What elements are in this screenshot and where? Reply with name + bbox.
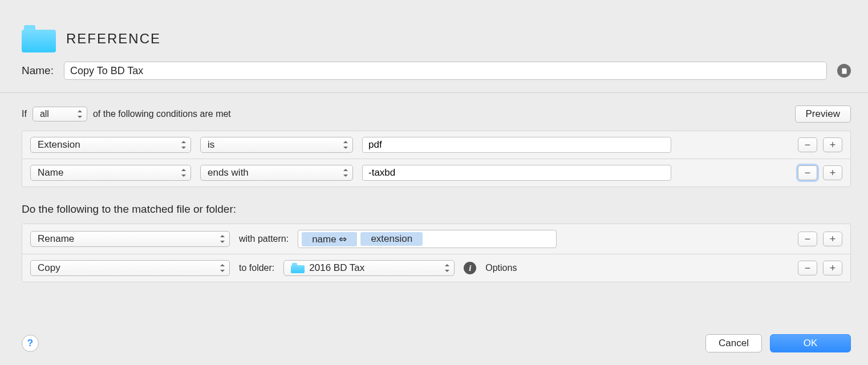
chevron-updown-icon [180, 141, 187, 149]
add-condition-button[interactable]: + [823, 165, 842, 180]
conditions-trail-label: of the following conditions are met [93, 109, 231, 119]
condition-attr-select[interactable]: Name [30, 165, 191, 181]
condition-value-input[interactable] [362, 165, 671, 181]
pattern-token-name[interactable]: name ⇔ [302, 232, 357, 246]
condition-row: Name ends with − + [22, 159, 850, 186]
help-button[interactable]: ? [22, 335, 39, 352]
add-action-button[interactable]: + [823, 232, 842, 246]
condition-op-select[interactable]: ends with [200, 165, 353, 181]
scope-select[interactable]: all [33, 107, 87, 121]
preview-button[interactable]: Preview [795, 106, 851, 123]
name-label: Name: [22, 64, 54, 77]
chevron-updown-icon [76, 110, 83, 118]
remove-action-button[interactable]: − [798, 232, 817, 246]
folder-icon [291, 263, 305, 273]
chevron-updown-icon [180, 169, 187, 177]
condition-attr-select[interactable]: Extension [30, 137, 191, 153]
destination-folder-select[interactable]: 2016 BD Tax [283, 260, 455, 276]
remove-condition-button[interactable]: − [798, 165, 817, 180]
cancel-button[interactable]: Cancel [705, 334, 762, 352]
info-icon[interactable]: i [464, 262, 476, 274]
rule-name-input[interactable] [64, 62, 827, 80]
condition-row: Extension is − + [22, 131, 850, 159]
if-label: If [22, 109, 27, 119]
chevron-updown-icon [219, 264, 226, 272]
chevron-updown-icon [342, 169, 349, 177]
action-type-select[interactable]: Rename [30, 231, 230, 247]
with-pattern-label: with pattern: [239, 234, 289, 244]
chevron-updown-icon [219, 235, 226, 243]
page-title: REFERENCE [66, 31, 161, 47]
action-type-select[interactable]: Copy [30, 260, 230, 276]
add-condition-button[interactable]: + [823, 137, 842, 152]
condition-op-select[interactable]: is [200, 137, 353, 153]
folder-icon [22, 25, 56, 52]
remove-action-button[interactable]: − [798, 261, 817, 275]
notes-icon[interactable] [837, 64, 851, 78]
pattern-token-extension[interactable]: extension [360, 232, 423, 246]
chevron-updown-icon [342, 141, 349, 149]
add-action-button[interactable]: + [823, 261, 842, 275]
actions-panel: Rename with pattern: name ⇔ extension − … [22, 224, 851, 282]
rename-pattern-input[interactable]: name ⇔ extension [298, 230, 557, 248]
to-folder-label: to folder: [239, 263, 274, 273]
chevron-updown-icon [444, 264, 451, 272]
condition-value-input[interactable] [362, 137, 671, 153]
options-label: Options [485, 263, 517, 273]
actions-heading: Do the following to the matched file or … [22, 187, 851, 224]
action-row: Rename with pattern: name ⇔ extension − … [22, 224, 850, 254]
scope-select-label: all [40, 109, 49, 119]
remove-condition-button[interactable]: − [798, 137, 817, 152]
conditions-panel: Extension is − + Name ends with [22, 131, 851, 187]
ok-button[interactable]: OK [770, 334, 851, 352]
action-row: Copy to folder: 2016 BD Tax i Options − … [22, 254, 850, 282]
